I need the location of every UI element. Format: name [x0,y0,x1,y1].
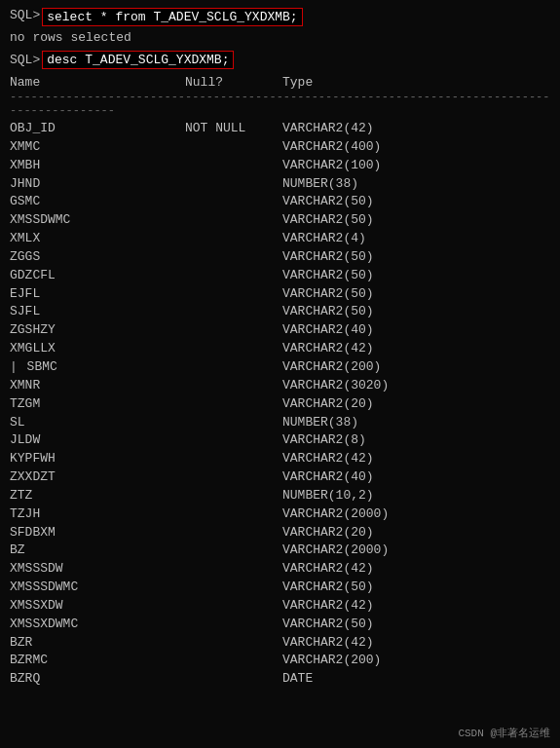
row-type: VARCHAR2(40) [282,321,374,340]
row-null [185,175,282,194]
row-null [185,285,282,304]
sql-command-1: select * from T_ADEV_SCLG_YXDXMB; [42,8,302,26]
row-name: GDZCFL [10,267,185,285]
table-row: SLNUMBER(38) [10,414,550,432]
row-null [185,597,282,616]
row-type: VARCHAR2(50) [282,579,374,597]
row-name: BZR [10,634,185,653]
table-row: XMSSDWMCVARCHAR2(50) [10,211,550,230]
row-name: ZTZ [10,487,185,505]
table-row: XMBHVARCHAR2(100) [10,157,550,175]
table-row: SJFLVARCHAR2(50) [10,303,550,321]
table-header: Name Null? Type [10,75,550,90]
row-name: XMSSDWMC [10,211,185,230]
table-row: BZRVARCHAR2(42) [10,634,550,653]
row-name: SFDBXM [10,524,185,542]
table-row: XMSSXDWMCVARCHAR2(50) [10,616,550,634]
watermark: CSDN @非著名运维 [458,726,550,740]
table-row: XMGLLXVARCHAR2(42) [10,340,550,358]
table-row: SFDBXMVARCHAR2(20) [10,524,550,542]
col-type-header: Type [282,75,313,90]
row-type: VARCHAR2(50) [282,303,374,321]
row-null [185,193,282,211]
row-null [185,560,282,579]
row-null [185,138,282,157]
separator: ----------------------------------------… [10,91,550,118]
row-name: GSMC [10,193,185,211]
row-name: XMLX [10,230,185,248]
row-null [185,340,282,358]
table-row: XMSSSDWVARCHAR2(42) [10,560,550,579]
row-type: VARCHAR2(50) [282,211,374,230]
row-name: XMNR [10,377,185,395]
row-type: VARCHAR2(3020) [282,377,389,395]
table-row: JHNDNUMBER(38) [10,175,550,194]
row-null [185,487,282,505]
row-type: VARCHAR2(200) [282,358,381,377]
row-null [185,321,282,340]
row-type: VARCHAR2(50) [282,616,374,634]
sql-line-1: SQL> select * from T_ADEV_SCLG_YXDXMB; [10,8,550,26]
table-row: | SBMCVARCHAR2(200) [10,358,550,377]
table-row: KYPFWHVARCHAR2(42) [10,450,550,468]
row-type: VARCHAR2(2000) [282,505,389,524]
table-row: GDZCFLVARCHAR2(50) [10,267,550,285]
row-name: KYPFWH [10,450,185,468]
row-null [185,267,282,285]
row-type: VARCHAR2(42) [282,634,374,653]
prompt-1: SQL> [10,8,40,22]
row-type: VARCHAR2(42) [282,340,374,358]
table-row: OBJ_IDNOT NULLVARCHAR2(42) [10,120,550,138]
row-name: ZGSHZY [10,321,185,340]
row-type: VARCHAR2(20) [282,395,374,414]
row-null [185,431,282,450]
row-null [185,616,282,634]
row-name: | SBMC [10,358,185,377]
table-row: BZRMCVARCHAR2(200) [10,652,550,670]
row-name: ZXXDZT [10,468,185,487]
row-null [185,468,282,487]
row-type: NUMBER(10,2) [282,487,374,505]
row-type: VARCHAR2(40) [282,468,374,487]
row-null [185,524,282,542]
row-type: VARCHAR2(50) [282,248,374,267]
row-name: XMSSSDW [10,560,185,579]
row-type: VARCHAR2(20) [282,524,374,542]
table-row: XMSSXDWVARCHAR2(42) [10,597,550,616]
row-null [185,157,282,175]
row-type: VARCHAR2(100) [282,157,381,175]
table-row: EJFLVARCHAR2(50) [10,285,550,304]
row-type: VARCHAR2(50) [282,267,374,285]
row-type: VARCHAR2(42) [282,597,374,616]
row-name: XMSSXDW [10,597,185,616]
row-name: TZGM [10,395,185,414]
row-null [185,377,282,395]
row-type: VARCHAR2(50) [282,193,374,211]
row-name: TZJH [10,505,185,524]
row-null [185,450,282,468]
table-row: ZXXDZTVARCHAR2(40) [10,468,550,487]
row-null [185,395,282,414]
table-row: ZTZNUMBER(10,2) [10,487,550,505]
row-name: SJFL [10,303,185,321]
table-row: GSMCVARCHAR2(50) [10,193,550,211]
row-type: NUMBER(38) [282,414,358,432]
table-row: XMNRVARCHAR2(3020) [10,377,550,395]
table-row: ZGSHZYVARCHAR2(40) [10,321,550,340]
row-type: VARCHAR2(400) [282,138,381,157]
row-type: VARCHAR2(42) [282,450,374,468]
table-row: XMLXVARCHAR2(4) [10,230,550,248]
row-name: BZRQ [10,670,185,689]
row-type: VARCHAR2(8) [282,431,366,450]
row-name: ZGGS [10,248,185,267]
row-name: JLDW [10,431,185,450]
row-type: VARCHAR2(42) [282,560,374,579]
row-name: XMBH [10,157,185,175]
row-name: JHND [10,175,185,194]
no-rows-message: no rows selected [10,30,550,45]
row-type: VARCHAR2(4) [282,230,366,248]
row-type: VARCHAR2(2000) [282,542,389,560]
table-row: TZGMVARCHAR2(20) [10,395,550,414]
row-null: NOT NULL [185,120,282,138]
row-null [185,211,282,230]
